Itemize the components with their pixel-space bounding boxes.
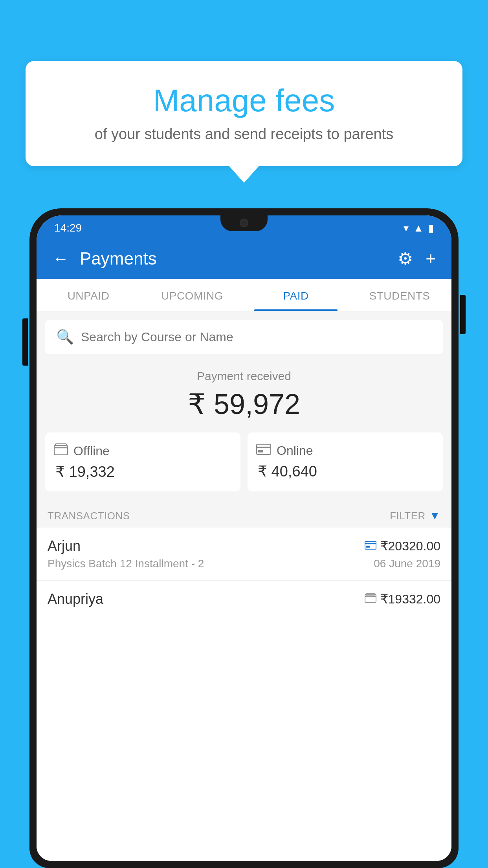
phone-camera [240,219,248,227]
transaction-row-1: Anupriya ₹19332.00 [48,591,440,607]
online-card: Online ₹ 40,640 [248,432,443,491]
tab-unpaid[interactable]: UNPAID [37,279,140,311]
svg-rect-2 [257,444,271,454]
transaction-amount: ₹19332.00 [380,592,440,607]
tab-students[interactable]: STUDENTS [348,279,451,311]
app-bar-left: ← Payments [52,249,157,268]
filter-button[interactable]: FILTER ▼ [390,509,440,522]
payment-label: Payment received [48,370,440,383]
transaction-amount-row: ₹20320.00 [365,539,440,554]
offline-amount: ₹ 19,332 [54,463,232,480]
back-button[interactable]: ← [52,249,69,268]
online-label: Online [277,443,313,458]
payment-cards: Offline ₹ 19,332 [37,432,451,502]
phone-device: 14:29 ▾ ▲ ▮ ← Payments ⚙ + [29,208,459,868]
transaction-date: 06 June 2019 [374,557,440,570]
bubble-title: Manage fees [49,83,439,119]
transaction-desc: Physics Batch 12 Installment - 2 [48,557,204,570]
transactions-list: Arjun ₹20320.00 [37,528,451,861]
transaction-item: Anupriya ₹19332.00 [37,581,451,621]
phone-outer: 14:29 ▾ ▲ ▮ ← Payments ⚙ + [29,208,459,868]
svg-rect-6 [365,595,376,602]
transaction-amount-row: ₹19332.00 [365,592,440,607]
transaction-row-1: Arjun ₹20320.00 [48,538,440,554]
content-area: 🔍 Payment received ₹ 59,972 [37,311,451,861]
search-input[interactable] [81,330,432,344]
battery-icon: ▮ [428,222,434,234]
svg-rect-1 [55,444,66,446]
transaction-name: Anupriya [48,591,103,607]
phone-notch [220,215,268,231]
wifi-icon: ▾ [404,222,409,234]
phone-screen: 14:29 ▾ ▲ ▮ ← Payments ⚙ + [37,215,451,861]
transaction-row-2: Physics Batch 12 Installment - 2 06 June… [48,557,440,570]
offline-label: Offline [73,444,110,458]
transaction-item: Arjun ₹20320.00 [37,528,451,581]
offline-icon [54,443,68,458]
tab-paid[interactable]: PAID [244,279,348,311]
status-icons: ▾ ▲ ▮ [404,222,434,234]
filter-icon: ▼ [429,509,440,522]
app-bar: ← Payments ⚙ + [37,238,451,279]
payment-amount: ₹ 59,972 [48,388,440,421]
online-amount: ₹ 40,640 [256,463,434,480]
svg-rect-0 [54,445,68,455]
speech-bubble-container: Manage fees of your students and send re… [26,61,462,166]
offline-card-header: Offline [54,443,232,458]
online-card-header: Online [256,443,434,458]
offline-payment-icon [365,593,376,605]
add-icon[interactable]: + [426,249,436,268]
transaction-name: Arjun [48,538,81,554]
settings-icon[interactable]: ⚙ [398,248,413,268]
signal-icon: ▲ [413,222,424,234]
transactions-header: TRANSACTIONS FILTER ▼ [37,502,451,528]
app-bar-title: Payments [80,249,157,268]
credit-card-icon [365,540,376,552]
svg-rect-3 [258,450,263,452]
speech-bubble: Manage fees of your students and send re… [26,61,462,166]
payment-summary: Payment received ₹ 59,972 [37,354,451,432]
app-bar-right: ⚙ + [398,248,436,268]
transaction-amount: ₹20320.00 [380,539,440,554]
transactions-label: TRANSACTIONS [48,510,130,522]
svg-rect-5 [366,546,370,548]
tab-upcoming[interactable]: UPCOMING [140,279,244,311]
online-icon [256,443,271,458]
filter-label: FILTER [390,510,426,522]
bubble-subtitle: of your students and send receipts to pa… [49,126,439,143]
tabs-container: UNPAID UPCOMING PAID STUDENTS [37,279,451,311]
search-bar: 🔍 [45,320,443,354]
search-icon: 🔍 [56,329,74,345]
status-time: 14:29 [54,222,82,234]
offline-card: Offline ₹ 19,332 [45,432,240,491]
svg-rect-4 [365,541,376,549]
